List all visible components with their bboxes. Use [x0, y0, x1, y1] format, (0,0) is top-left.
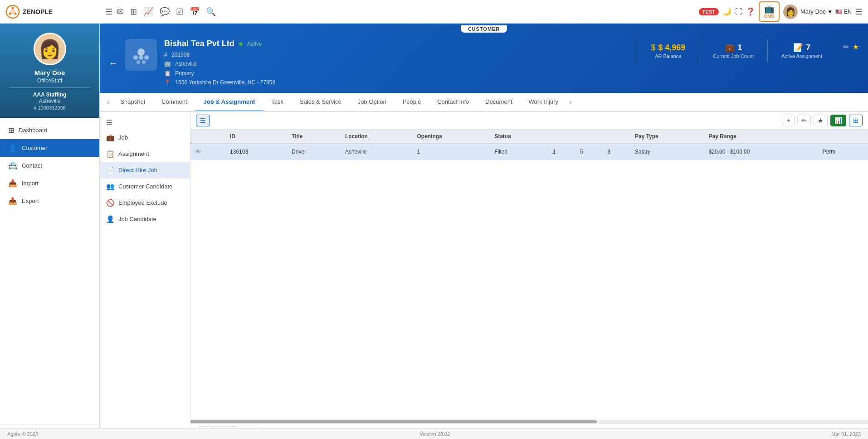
- search-icon[interactable]: 🔍: [206, 7, 216, 17]
- stat-ar-balance: $ $ 4,969 AR Balance: [637, 39, 699, 63]
- left-panel: ☰ 💼 Job 📋 Assignment 📄 Direct Hire Job 👥…: [100, 112, 190, 439]
- add-button[interactable]: +: [783, 115, 795, 126]
- lang-text: EN: [844, 9, 852, 15]
- footer-version: Version 23.02: [419, 431, 450, 437]
- col-status[interactable]: Status: [490, 130, 548, 144]
- tab-document[interactable]: Document: [477, 93, 520, 112]
- col-title[interactable]: Title: [287, 130, 341, 144]
- chart-icon[interactable]: 📈: [143, 7, 153, 17]
- tab-contact-info[interactable]: Contact Info: [429, 93, 477, 112]
- svg-point-8: [144, 55, 149, 60]
- col-pay-type[interactable]: Pay Type: [630, 130, 704, 144]
- col-location[interactable]: Location: [341, 130, 413, 144]
- profile-company: AAA Staffing: [0, 92, 99, 98]
- tab-next-arrow[interactable]: ›: [566, 98, 574, 106]
- tab-prev-arrow[interactable]: ‹: [104, 98, 112, 106]
- edit-button[interactable]: ✏: [797, 115, 811, 126]
- sidebar-item-export[interactable]: 📤 Export: [0, 192, 99, 210]
- menu-dots-icon[interactable]: ☰: [855, 7, 863, 17]
- calendar-icon[interactable]: 📅: [190, 7, 200, 17]
- table-row[interactable]: 👁 136103 Driver Asheville 1 Filled 1 5 3…: [190, 143, 868, 160]
- tab-job-option[interactable]: Job Option: [350, 93, 395, 112]
- cms-button[interactable]: 📺 CMS: [759, 1, 780, 22]
- tab-sales-service[interactable]: Sales & Service: [292, 93, 350, 112]
- chat-icon[interactable]: 💬: [160, 7, 170, 17]
- app-logo: ZENOPLE: [5, 5, 101, 19]
- scroll-bar-area[interactable]: [190, 420, 868, 423]
- grid-icon[interactable]: ⊞: [130, 7, 137, 17]
- star-customer-button[interactable]: ★: [853, 43, 859, 51]
- sidebar-item-import[interactable]: 📥 Import: [0, 174, 99, 192]
- svg-point-7: [139, 55, 143, 60]
- tab-job-assignment[interactable]: Job & Assignment: [195, 93, 263, 112]
- svg-point-5: [137, 48, 145, 56]
- main-content: CUSTOMER ← Bishal Tea Pvt Ltd Active: [100, 24, 868, 439]
- task-icon[interactable]: ☑: [176, 7, 183, 17]
- hamburger-menu[interactable]: ☰: [105, 7, 112, 17]
- language-selector[interactable]: 🇺🇸 EN: [835, 9, 852, 15]
- left-nav-customer-candidate[interactable]: 👥 Customer Candidate: [100, 178, 190, 195]
- sidebar-label-export: Export: [22, 198, 39, 204]
- fullscreen-icon[interactable]: ⛶: [735, 8, 742, 16]
- star-button[interactable]: ★: [814, 115, 828, 126]
- footer-copyright-text: Agore © 2023: [7, 431, 38, 437]
- row-pay-type: Salary: [630, 143, 704, 160]
- col-11: [818, 130, 868, 144]
- assignment-nav-icon: 📋: [106, 150, 115, 158]
- col-id[interactable]: ID: [225, 130, 287, 144]
- tab-task[interactable]: Task: [263, 93, 292, 112]
- col-pay-range[interactable]: Pay Range: [704, 130, 818, 144]
- svg-point-10: [142, 60, 146, 64]
- tab-work-injury[interactable]: Work Injury: [521, 93, 567, 112]
- ar-balance-value: $ 4,969: [658, 43, 685, 53]
- job-count-value: 1: [737, 43, 742, 53]
- customer-info-row: ← Bishal Tea Pvt Ltd Active: [109, 34, 859, 93]
- customer-label-bar: CUSTOMER: [109, 24, 859, 34]
- back-button[interactable]: ←: [109, 54, 118, 72]
- left-nav-job-candidate[interactable]: 👤 Job Candidate: [100, 211, 190, 227]
- sidebar-item-dashboard[interactable]: ⊞ Dashboard: [0, 121, 99, 139]
- sidebar-item-contact[interactable]: 📇 Contact: [0, 157, 99, 174]
- column-selector-button[interactable]: ⊞: [849, 115, 863, 126]
- col-6: [548, 130, 575, 144]
- type-icon: 📋: [164, 70, 171, 77]
- tab-snapshot[interactable]: Snapshot: [112, 93, 153, 112]
- sidebar-item-customer[interactable]: 👤 Customer: [0, 139, 99, 157]
- customer-name: Bishal Tea Pvt Ltd: [164, 39, 234, 48]
- excel-export-button[interactable]: 📊: [830, 115, 846, 126]
- import-icon: 📥: [8, 179, 17, 188]
- tab-people[interactable]: People: [395, 93, 429, 112]
- sidebar-label-import: Import: [22, 180, 39, 187]
- customer-header: CUSTOMER ← Bishal Tea Pvt Ltd Active: [100, 24, 868, 93]
- dashboard-icon: ⊞: [8, 126, 14, 135]
- city-icon: 🏢: [164, 61, 171, 67]
- customer-city: Asheville: [175, 61, 197, 67]
- col-openings[interactable]: Openings: [412, 130, 490, 144]
- user-dropdown[interactable]: 👩 Mary Doe ▾: [783, 5, 832, 19]
- left-nav-assignment[interactable]: 📋 Assignment: [100, 146, 190, 162]
- stat-assignment: 📝 7 Active Assignment: [767, 39, 836, 63]
- list-view-button[interactable]: ☰: [196, 115, 210, 126]
- eye-icon[interactable]: 👁: [195, 148, 201, 155]
- mail-icon[interactable]: ✉: [117, 7, 124, 17]
- footer-date: Mar 01, 2023: [831, 431, 861, 437]
- employee-exclude-label: Employee Exclude: [118, 199, 167, 206]
- edit-customer-button[interactable]: ✏: [843, 43, 849, 51]
- briefcase-icon: 💼: [725, 43, 735, 53]
- left-nav-direct-hire[interactable]: 📄 Direct Hire Job: [100, 162, 190, 178]
- customer-details: Bishal Tea Pvt Ltd Active # 201608 🏢 Ash…: [164, 39, 629, 87]
- dark-mode-icon[interactable]: 🌙: [722, 7, 731, 16]
- help-icon[interactable]: ❓: [746, 7, 755, 16]
- left-nav-job[interactable]: 💼 Job: [100, 130, 190, 146]
- toolbar-right: + ✏ ★ 📊 ⊞: [783, 115, 863, 126]
- customer-number-icon: #: [164, 52, 167, 58]
- left-panel-toggle[interactable]: ☰: [100, 116, 190, 130]
- sidebar-nav: ⊞ Dashboard 👤 Customer 📇 Contact 📥 Impor…: [0, 118, 99, 213]
- dollar-icon: $: [651, 43, 655, 53]
- row-pay-range: $20.00 - $100.00: [704, 143, 818, 160]
- sidebar-label-dashboard: Dashboard: [19, 127, 48, 134]
- row-view-icon[interactable]: 👁: [190, 143, 225, 160]
- job-candidate-label: Job Candidate: [118, 216, 156, 222]
- left-nav-employee-exclude[interactable]: 🚫 Employee Exclude: [100, 195, 190, 211]
- tab-comment[interactable]: Comment: [153, 93, 195, 112]
